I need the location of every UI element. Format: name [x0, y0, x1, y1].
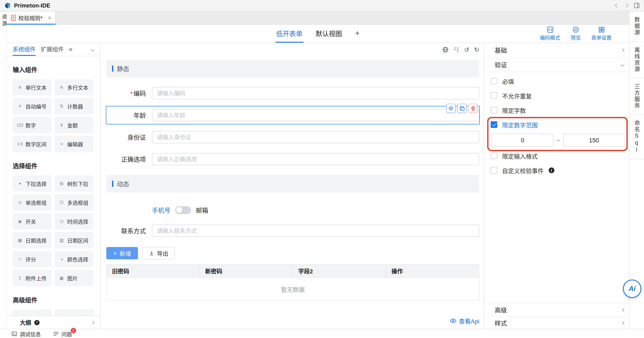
preview-button[interactable]: 预览: [571, 26, 581, 41]
palette-item[interactable]: ▣ 图片: [54, 270, 94, 286]
ai-assistant-button[interactable]: Ai: [623, 279, 641, 298]
checkbox[interactable]: [491, 78, 497, 84]
check-required[interactable]: 必填: [491, 74, 629, 88]
component-icon: A: [58, 85, 65, 90]
strip-item-datasource[interactable]: 数据源: [630, 12, 644, 42]
strip-item-third-party-services[interactable]: 三方服务: [630, 78, 644, 115]
strip-item-offline-resources[interactable]: 离线资源: [630, 42, 644, 78]
checkbox-checked[interactable]: [491, 121, 497, 128]
palette-item[interactable]: ◑ 颜色选择: [54, 251, 94, 267]
component-icon: ☑: [58, 200, 65, 205]
palette-item[interactable]: A 单行文本: [13, 79, 52, 95]
palette-item[interactable]: 1-9 数字区间: [13, 136, 52, 152]
strip-item-named-sql[interactable]: 命名Sql: [630, 115, 644, 159]
checkbox[interactable]: [491, 92, 497, 99]
mobile-option-label[interactable]: 手机号: [152, 206, 170, 214]
outline-expand-icon[interactable]: [91, 321, 95, 324]
palette-item[interactable]: ☑ 多选框组: [54, 194, 94, 211]
col-new-password[interactable]: 新密码: [200, 264, 293, 277]
form-settings-button[interactable]: 表单设置: [591, 26, 612, 41]
col-field2[interactable]: 字段2: [293, 264, 386, 277]
export-button[interactable]: 导出: [142, 247, 175, 259]
idcard-input[interactable]: [152, 131, 479, 143]
view-api-link[interactable]: 查看Api: [106, 316, 479, 325]
problems-button[interactable]: 问题 1: [53, 330, 72, 337]
col-old-password[interactable]: 旧密码: [106, 264, 200, 277]
close-tab-icon[interactable]: ×: [48, 15, 51, 21]
outline-tree-icon[interactable]: [453, 47, 459, 53]
palette-item[interactable]: ¥ 金额: [54, 117, 94, 133]
palette-item[interactable]: A 多行文本: [54, 79, 94, 95]
tab-extension-components[interactable]: 扩展组件: [41, 43, 64, 56]
section-validation[interactable]: 验证: [484, 58, 629, 72]
outline-label: 大纲: [20, 318, 31, 326]
age-input[interactable]: [152, 109, 479, 121]
check-input-format[interactable]: 限定输入格式: [491, 149, 629, 163]
range-min-input[interactable]: [492, 134, 554, 147]
palette-item[interactable]: ◉ 开关: [13, 213, 52, 229]
tab-system-components[interactable]: 系统组件: [13, 43, 36, 56]
field-row-idcard[interactable]: 身份证: [106, 131, 479, 143]
palette-item[interactable]: ↥ 附件上传: [13, 270, 52, 286]
code-mode-button[interactable]: 编码模式: [540, 26, 560, 41]
globe-icon[interactable]: [442, 47, 448, 53]
undo-icon[interactable]: ↺: [464, 47, 469, 53]
check-word-limit[interactable]: 限定字数: [491, 103, 629, 117]
field-row-age[interactable]: 年龄: [106, 109, 479, 121]
palette-item[interactable]: # 自动编号: [13, 98, 52, 114]
check-number-range[interactable]: 限定数字范围: [491, 117, 629, 132]
redo-icon[interactable]: ↻: [474, 47, 479, 53]
add-row-button[interactable]: + 新增: [106, 247, 138, 259]
custom-validation-info-icon[interactable]: [548, 167, 554, 173]
outline-bar[interactable]: 大纲: [6, 315, 100, 329]
palette-item[interactable]: ☆ 评分: [13, 251, 52, 267]
tab-validation-rules[interactable]: 校验规则* ×: [6, 12, 56, 25]
checkbox[interactable]: [491, 167, 497, 174]
email-option-label[interactable]: 邮箱: [196, 206, 208, 214]
add-view-button[interactable]: +: [354, 25, 360, 43]
outline-info-icon[interactable]: [34, 320, 40, 325]
palette-collapse-icon[interactable]: [91, 48, 95, 52]
debug-info-button[interactable]: 调试信息: [12, 330, 41, 337]
view-header: 低开表单 默认视图 + 编码模式 预览 表单设置: [6, 25, 629, 43]
channel-switch[interactable]: [175, 206, 191, 214]
contact-input[interactable]: [152, 225, 479, 237]
palette-item[interactable]: ☺ 人员选择: [13, 309, 52, 315]
palette-item[interactable]: ⌂ 机构选择: [54, 309, 94, 315]
palette-item[interactable]: 123 数字: [13, 117, 52, 133]
palette-menu-icon[interactable]: ≡: [69, 46, 72, 53]
palette-item[interactable]: ⇅ 计数器: [54, 98, 94, 114]
field-row-contact[interactable]: 联系方式: [106, 225, 479, 237]
palette-item[interactable]: ▦ 日期选择: [13, 232, 52, 248]
palette-item[interactable]: ◷ 时间选择: [54, 213, 94, 229]
field-row-correct-option[interactable]: 正确选项: [106, 153, 479, 165]
section-style[interactable]: 样式: [484, 316, 629, 329]
section-basic[interactable]: 基础: [484, 43, 629, 58]
palette-item[interactable]: ⊞ 树形下拉: [54, 175, 94, 192]
section-dynamic[interactable]: 动态: [106, 175, 479, 192]
palette-item[interactable]: ⊙ 单选框组: [13, 194, 52, 211]
section-static[interactable]: 静态: [106, 60, 479, 77]
code-input[interactable]: [152, 87, 479, 99]
tab-default-view[interactable]: 默认视图: [315, 25, 343, 43]
correct-option-input[interactable]: [152, 153, 479, 165]
component-label: 开关: [26, 218, 36, 225]
field-row-code[interactable]: *编码: [106, 87, 479, 99]
palette-item[interactable]: ▾ 下拉选择: [13, 175, 52, 192]
tab-lowcode-form[interactable]: 低开表单: [275, 25, 303, 43]
palette-item[interactable]: ▥ 日期区间: [54, 232, 94, 248]
section-advanced[interactable]: 高级: [484, 302, 629, 316]
checkbox[interactable]: [491, 153, 497, 159]
panel-toggle-icon[interactable]: [634, 3, 640, 8]
checkbox[interactable]: [491, 107, 497, 113]
field-copy-button[interactable]: [457, 104, 466, 113]
nav-back-icon[interactable]: [615, 3, 619, 8]
field-delete-button[interactable]: [468, 104, 478, 113]
check-no-duplicate[interactable]: 不允许重复: [491, 88, 629, 103]
nav-forward-icon[interactable]: [624, 3, 628, 8]
range-max-input[interactable]: [563, 134, 625, 147]
palette-item[interactable]: ≡ 编辑器: [54, 136, 94, 152]
field-settings-button[interactable]: [446, 104, 456, 113]
check-custom-validation[interactable]: 自定义校验事件: [491, 163, 629, 178]
col-operation[interactable]: 操作: [386, 264, 479, 277]
